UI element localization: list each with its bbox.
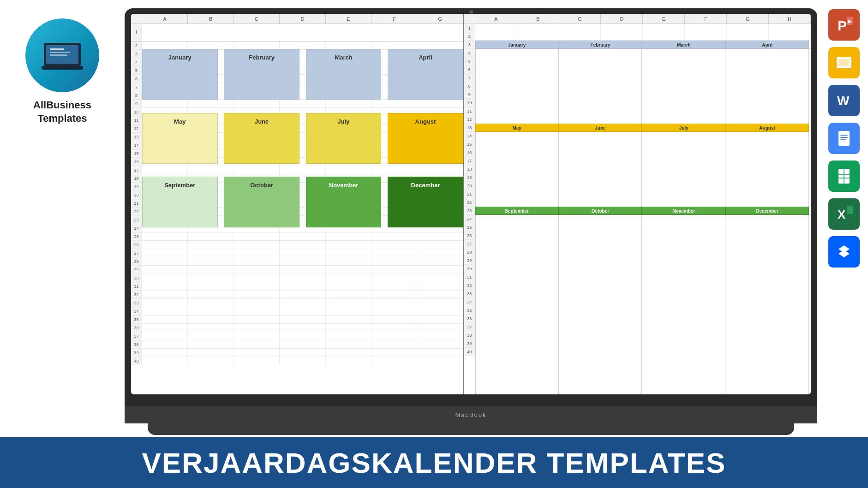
right-col-b: B	[517, 14, 559, 24]
right-october-header: October	[559, 207, 642, 215]
month-july: July	[306, 113, 382, 164]
month-september: September	[142, 177, 218, 227]
month-october: October	[224, 177, 299, 227]
right-row3-headers: September October November December	[475, 207, 809, 215]
right-june-header: June	[559, 124, 642, 132]
col-b: B	[188, 14, 233, 24]
col-f: F	[371, 14, 417, 24]
logo-circle	[25, 18, 99, 92]
svg-rect-4	[50, 54, 67, 56]
right-january-header: January	[475, 41, 559, 49]
right-col-a: A	[475, 14, 517, 24]
laptop-icon	[42, 39, 83, 71]
right-may-header: May	[475, 124, 559, 132]
month-january: January	[142, 49, 218, 100]
right-col-h: H	[769, 14, 811, 24]
macbook-screen: A B C D E F G 1	[131, 14, 811, 394]
col-c: C	[234, 14, 280, 24]
right-row1-headers: January February March April	[475, 41, 809, 49]
month-may: May	[142, 113, 218, 164]
title-row: 1	[131, 24, 463, 42]
svg-text:X: X	[838, 208, 846, 221]
right-nov-data	[642, 215, 725, 394]
month-december: December	[388, 177, 463, 227]
right-march-header: March	[642, 41, 725, 49]
right-q2-data	[475, 132, 809, 207]
sheet-right: A B C D E F G H 123456789101112131415161…	[464, 14, 811, 394]
right-august-header: August	[725, 124, 809, 132]
macbook-chin: MacBook	[125, 406, 817, 423]
left-col-headers: A B C D E F G	[131, 14, 463, 24]
svg-rect-12	[838, 59, 850, 66]
right-q3-data	[475, 215, 809, 394]
svg-rect-3	[50, 52, 70, 53]
right-col-d: D	[601, 14, 643, 24]
right-oct-data	[559, 215, 642, 394]
right-june-data	[559, 132, 642, 207]
right-col-e: E	[643, 14, 685, 24]
bottom-banner: VERJAARDAGSKALENDER TEMPLATES	[0, 437, 868, 488]
right-december-header: December	[725, 207, 809, 215]
macbook-bezel: A B C D E F G 1	[125, 8, 817, 407]
camera-dot	[469, 10, 473, 14]
right-november-header: November	[642, 207, 725, 215]
right-col-g: G	[727, 14, 769, 24]
right-august-data	[725, 132, 809, 207]
right-sep-data	[475, 215, 559, 394]
title-cell	[142, 24, 463, 41]
macbook-base	[148, 422, 794, 435]
right-dec-data	[725, 215, 809, 394]
logo-area: AllBusiness Templates	[14, 18, 111, 125]
right-january-data	[475, 49, 559, 124]
right-july-data	[642, 132, 725, 207]
month-april: April	[388, 49, 463, 100]
svg-text:P: P	[838, 18, 847, 33]
right-september-header: September	[475, 207, 559, 215]
powerpoint-icon[interactable]: P ▶	[828, 9, 860, 41]
google-slides-icon[interactable]	[828, 47, 860, 78]
right-q1-data	[475, 49, 809, 124]
google-sheets-icon[interactable]	[828, 161, 860, 192]
svg-rect-5	[42, 66, 83, 70]
right-icons-panel: P ▶ W	[828, 9, 860, 268]
right-april-header: April	[725, 41, 809, 49]
svg-text:W: W	[837, 94, 850, 108]
right-col-headers: A B C D E F G H	[464, 14, 811, 24]
month-march: March	[306, 49, 382, 100]
word-icon[interactable]: W	[828, 85, 860, 116]
svg-rect-27	[847, 206, 853, 214]
right-months-overlay: January February March April	[475, 24, 811, 394]
row-num-spacer	[131, 14, 142, 24]
left-sheet-body: 1 23456789101112131415161718192021222324…	[131, 24, 463, 394]
svg-rect-2	[50, 48, 64, 50]
col-a: A	[142, 14, 188, 24]
macbook-brand: MacBook	[455, 411, 486, 418]
right-row2-headers: May June July August	[475, 124, 809, 132]
sheet-left: A B C D E F G 1	[131, 14, 464, 394]
svg-rect-16	[838, 131, 850, 146]
right-april-data	[725, 49, 809, 124]
right-july-header: July	[642, 124, 725, 132]
col-d: D	[280, 14, 325, 24]
row-1-num: 1	[131, 24, 142, 41]
banner-text: VERJAARDAGSKALENDER TEMPLATES	[142, 446, 726, 479]
right-col-c: C	[559, 14, 601, 24]
month-august: August	[388, 113, 463, 164]
right-february-header: February	[559, 41, 642, 49]
dropbox-icon[interactable]	[828, 236, 860, 268]
right-col-f: F	[685, 14, 727, 24]
month-june: June	[224, 113, 299, 164]
right-february-data	[559, 49, 642, 124]
col-e: E	[326, 14, 371, 24]
svg-rect-18	[840, 137, 848, 138]
right-may-data	[475, 132, 559, 207]
svg-rect-19	[840, 139, 846, 140]
month-february: February	[224, 49, 299, 100]
right-march-data	[642, 49, 725, 124]
spreadsheet: A B C D E F G 1	[131, 14, 811, 394]
excel-icon[interactable]: X	[828, 198, 860, 230]
col-g: G	[417, 14, 463, 24]
right-row-num-spacer	[464, 14, 475, 24]
macbook-frame: A B C D E F G 1	[125, 8, 817, 435]
google-docs-icon[interactable]	[828, 123, 860, 154]
